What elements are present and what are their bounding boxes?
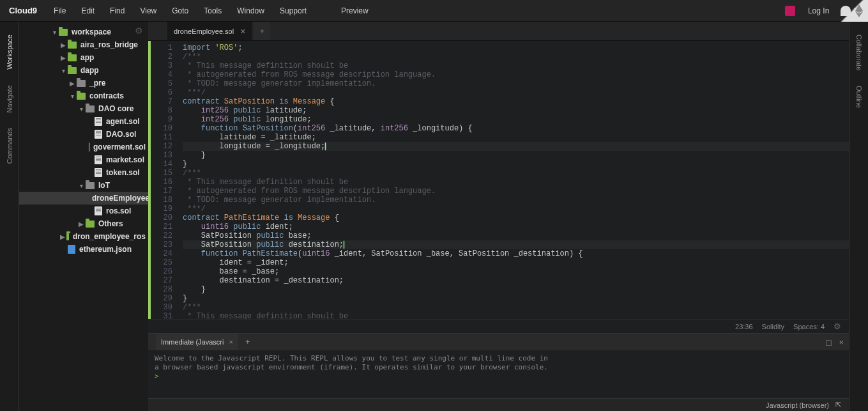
code-line: ident = _ident; — [183, 258, 849, 267]
detach-icon[interactable]: ⇱ — [835, 401, 841, 409]
preview-menu[interactable]: Preview — [333, 0, 376, 22]
file-tree: ⚙ ▾ workspace ▶aira_ros_bridge▶app▾dapp▶… — [19, 22, 148, 411]
code-editor[interactable]: 1234567891011121314151617181920212223242… — [148, 41, 849, 319]
menubar: Cloud9 FileEditFindViewGotoToolsWindowSu… — [0, 0, 868, 22]
rail-commands[interactable]: Commands — [3, 120, 16, 171]
indent-mode[interactable]: Spaces: 4 — [793, 323, 825, 330]
login-link[interactable]: Log In — [802, 6, 835, 15]
tree-label: ethereum.json — [79, 245, 132, 254]
file-icon — [95, 168, 102, 177]
tree-label: Others — [98, 219, 123, 228]
folder-icon — [66, 233, 69, 240]
json-icon — [68, 245, 75, 254]
cursor-pos[interactable]: 23:36 — [735, 323, 753, 330]
tree-item[interactable]: ▶aira_ros_bridge — [19, 38, 148, 51]
console-tab[interactable]: Immediate (Javascri × — [156, 334, 238, 350]
gear-icon[interactable]: ⚙ — [834, 322, 841, 331]
tree-item[interactable]: ▾IoT — [19, 179, 148, 192]
brand[interactable]: Cloud9 — [5, 6, 46, 15]
tree-label: goverment.sol — [93, 143, 146, 151]
code-line: } — [183, 151, 849, 160]
editor-tab[interactable]: droneEmployee.sol × — [167, 22, 252, 40]
code-line: * This message definition shoult be — [183, 178, 849, 187]
code-line: /*** — [183, 169, 849, 178]
code-line: /*** — [183, 52, 849, 61]
right-rail: Collaborate Outline — [849, 22, 868, 411]
console-body[interactable]: Welcome to the Javascript REPL. This REP… — [148, 350, 849, 398]
code-content[interactable]: import 'ROS';/*** * This message definit… — [178, 41, 849, 319]
menu-find[interactable]: Find — [102, 0, 132, 22]
menu-view[interactable]: View — [132, 0, 164, 22]
tree-item[interactable]: ▶app — [19, 51, 148, 64]
close-icon[interactable]: × — [240, 26, 245, 36]
tree-item[interactable]: ▶_pre — [19, 77, 148, 89]
tree-item[interactable]: goverment.sol — [19, 141, 148, 153]
new-console-tab[interactable]: + — [240, 334, 256, 350]
tree-item[interactable]: token.sol — [19, 166, 148, 179]
tree-item[interactable]: market.sol — [19, 153, 148, 166]
language-mode[interactable]: Solidity — [762, 323, 784, 330]
tree-root[interactable]: ▾ workspace — [19, 26, 148, 38]
code-line: int256 public latitude; — [183, 106, 849, 115]
tree-item[interactable]: ▶dron_employee_ros — [19, 230, 148, 243]
close-icon[interactable]: × — [229, 338, 232, 346]
tree-item[interactable]: droneEmployee.sol — [19, 192, 148, 205]
file-icon — [95, 130, 102, 139]
tree-label: dron_employee_ros — [73, 232, 146, 241]
console-tab-label: Immediate (Javascri — [161, 338, 224, 346]
tree-item[interactable]: ▾DAO core — [19, 102, 148, 115]
tree-label: app — [80, 53, 94, 62]
tree-label: DAO core — [98, 104, 133, 113]
bottom-status-bar: Javascript (browser) ⇱ — [148, 398, 849, 411]
tree-label: IoT — [98, 181, 110, 190]
tree-item[interactable]: ▶Others — [19, 217, 148, 230]
new-tab-button[interactable]: + — [254, 22, 270, 40]
tree-item[interactable]: ethereum.json — [19, 243, 148, 256]
tree-label: contracts — [89, 91, 124, 100]
tree-label: ros.sol — [106, 206, 131, 215]
menu-goto[interactable]: Goto — [164, 0, 196, 22]
close-panel-icon[interactable]: × — [839, 337, 844, 347]
menu-edit[interactable]: Edit — [73, 0, 102, 22]
line-gutter: 1234567891011121314151617181920212223242… — [151, 41, 178, 319]
code-line: latitude = _latitude; — [183, 133, 849, 142]
folder-icon — [77, 80, 86, 87]
menu-tools[interactable]: Tools — [196, 0, 229, 22]
tree-item[interactable]: agent.sol — [19, 115, 148, 128]
console-mode[interactable]: Javascript (browser) — [766, 401, 829, 409]
tree-item[interactable]: ▾contracts — [19, 89, 148, 102]
rail-collaborate[interactable]: Collaborate — [853, 27, 865, 78]
share-icon[interactable] — [785, 6, 795, 16]
menu-support[interactable]: Support — [272, 0, 314, 22]
code-line: function PathEstimate(uint16 _ident, Sat… — [183, 249, 849, 258]
code-line: /*** — [183, 303, 849, 312]
tab-bar: droneEmployee.sol × + — [148, 22, 849, 41]
tree-item[interactable]: DAO.sol — [19, 128, 148, 141]
folder-icon — [86, 221, 95, 228]
gear-icon[interactable]: ⚙ — [135, 26, 143, 36]
code-line: ***/ — [183, 205, 849, 213]
rail-outline[interactable]: Outline — [853, 78, 865, 116]
tree-item[interactable]: ▾dapp — [19, 64, 148, 77]
corner-badge — [836, 0, 868, 22]
code-line: SatPosition public base; — [183, 231, 849, 240]
code-line: } — [183, 160, 849, 169]
maximize-icon[interactable]: ◻ — [825, 337, 832, 347]
editor-status-bar: 23:36 Solidity Spaces: 4 ⚙ — [148, 319, 849, 333]
tree-label: token.sol — [106, 168, 140, 177]
code-line: contract SatPosition is Message { — [183, 97, 849, 106]
menu-window[interactable]: Window — [229, 0, 272, 22]
tree-label: dapp — [80, 66, 99, 75]
rail-workspace[interactable]: Workspace — [3, 27, 16, 77]
code-line: import 'ROS'; — [183, 43, 849, 52]
menu-file[interactable]: File — [46, 0, 73, 22]
code-line: * TODO: message generator implementation… — [183, 196, 849, 205]
rail-navigate[interactable]: Navigate — [3, 77, 16, 120]
tree-label: agent.sol — [106, 117, 140, 126]
tree-item[interactable]: ros.sol — [19, 205, 148, 217]
code-line: contract PathEstimate is Message { — [183, 213, 849, 222]
code-line: } — [183, 294, 849, 303]
editor-area: droneEmployee.sol × + 123456789101112131… — [148, 22, 849, 411]
console-text: Welcome to the Javascript REPL. This REP… — [155, 354, 842, 363]
code-line: ***/ — [183, 88, 849, 97]
